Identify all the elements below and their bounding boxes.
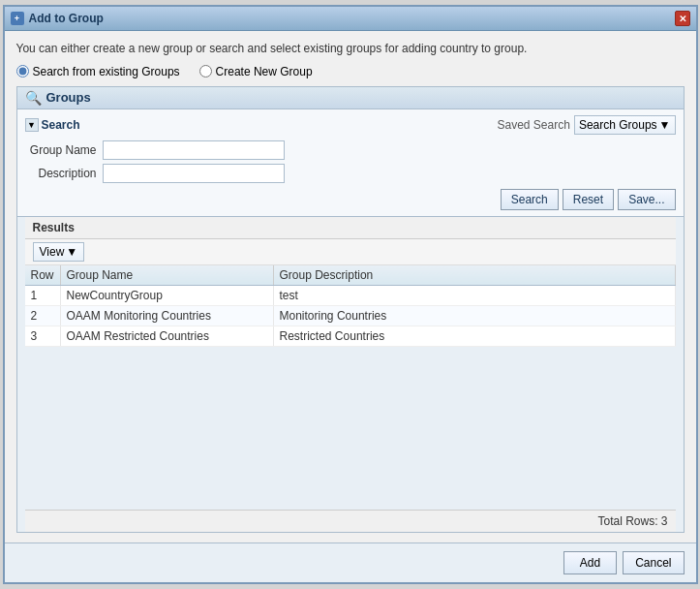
bottom-buttons: Add Cancel <box>5 542 696 582</box>
radio-existing-input[interactable] <box>16 65 29 78</box>
description-row: Description <box>25 164 676 183</box>
group-name-input[interactable] <box>103 140 285 160</box>
view-dropdown-icon: ▼ <box>66 245 77 259</box>
search-header-row: ▼ Search Saved Search Search Groups ▼ <box>25 115 676 135</box>
radio-existing-label: Search from existing Groups <box>33 65 180 78</box>
toggle-icon: ▼ <box>25 118 39 132</box>
search-toggle[interactable]: ▼ Search <box>25 118 80 132</box>
col-header-row: Row <box>25 265 61 286</box>
groups-header: 🔍 Groups <box>17 87 684 109</box>
dialog-title: Add to Group <box>29 12 104 25</box>
search-buttons-row: Search Reset Save... <box>25 189 676 210</box>
saved-search-label: Saved Search <box>498 118 570 132</box>
cancel-button[interactable]: Cancel <box>623 551 684 574</box>
status-bar: Total Rows: 3 <box>25 510 676 532</box>
dialog-body: You can either create a new group or sea… <box>5 31 696 542</box>
title-bar-left: + Add to Group <box>11 12 104 25</box>
table-row[interactable]: 2OAAM Monitoring CountriesMonitoring Cou… <box>25 305 676 326</box>
search-section: ▼ Search Saved Search Search Groups ▼ Gr… <box>17 109 684 217</box>
search-button[interactable]: Search <box>501 189 559 210</box>
results-table: Row Group Name Group Description 1NewCou… <box>25 265 676 347</box>
table-row[interactable]: 1NewCountryGrouptest <box>25 285 676 305</box>
description-label: Description <box>25 167 103 180</box>
total-rows-label: Total Rows: 3 <box>597 514 667 528</box>
radio-new-group[interactable]: Create New Group <box>199 65 313 78</box>
col-header-group-name: Group Name <box>60 265 273 286</box>
save-button[interactable]: Save... <box>618 189 675 210</box>
cell-row-num: 1 <box>25 285 61 305</box>
search-groups-dropdown[interactable]: Search Groups ▼ <box>574 115 676 135</box>
groups-icon: 🔍 <box>25 90 42 106</box>
cell-group-desc: test <box>273 285 675 305</box>
cell-group-name: NewCountryGroup <box>60 285 273 305</box>
groups-section: 🔍 Groups ▼ Search Saved Search Search Gr… <box>16 86 685 533</box>
radio-existing-groups[interactable]: Search from existing Groups <box>16 65 180 78</box>
cell-group-desc: Restricted Countries <box>273 326 675 346</box>
cell-row-num: 3 <box>25 326 61 346</box>
search-toggle-label: Search <box>42 118 80 132</box>
radio-new-label: Create New Group <box>216 65 313 78</box>
groups-title: Groups <box>46 90 91 105</box>
cell-group-desc: Monitoring Countries <box>273 305 675 326</box>
view-label: View <box>40 245 65 259</box>
intro-text: You can either create a new group or sea… <box>16 41 685 57</box>
reset-button[interactable]: Reset <box>563 189 614 210</box>
radio-row: Search from existing Groups Create New G… <box>16 65 685 78</box>
results-table-wrapper: Row Group Name Group Description 1NewCou… <box>25 265 676 510</box>
table-row[interactable]: 3OAAM Restricted CountriesRestricted Cou… <box>25 326 676 346</box>
dropdown-arrow-icon: ▼ <box>659 118 671 132</box>
group-name-label: Group Name <box>25 143 103 157</box>
description-input[interactable] <box>103 164 285 183</box>
close-button[interactable]: ✕ <box>675 11 690 26</box>
radio-new-input[interactable] <box>199 65 212 78</box>
col-header-group-desc: Group Description <box>273 265 675 286</box>
view-button[interactable]: View ▼ <box>33 242 85 262</box>
results-label: Results <box>25 217 676 239</box>
title-bar: + Add to Group ✕ <box>5 7 696 31</box>
results-area: Results View ▼ Row Group Name Group De <box>17 217 684 532</box>
search-groups-text: Search Groups <box>579 118 657 132</box>
add-button[interactable]: Add <box>563 551 617 574</box>
saved-search-row: Saved Search Search Groups ▼ <box>498 115 676 135</box>
dialog-container: + Add to Group ✕ You can either create a… <box>3 5 698 584</box>
table-header-row: Row Group Name Group Description <box>25 265 676 286</box>
cell-group-name: OAAM Restricted Countries <box>60 326 273 346</box>
cell-group-name: OAAM Monitoring Countries <box>60 305 273 326</box>
results-tbody: 1NewCountryGrouptest2OAAM Monitoring Cou… <box>25 285 676 346</box>
group-name-row: Group Name <box>25 140 676 160</box>
cell-row-num: 2 <box>25 305 61 326</box>
view-bar: View ▼ <box>25 239 676 265</box>
dialog-icon: + <box>11 12 24 25</box>
